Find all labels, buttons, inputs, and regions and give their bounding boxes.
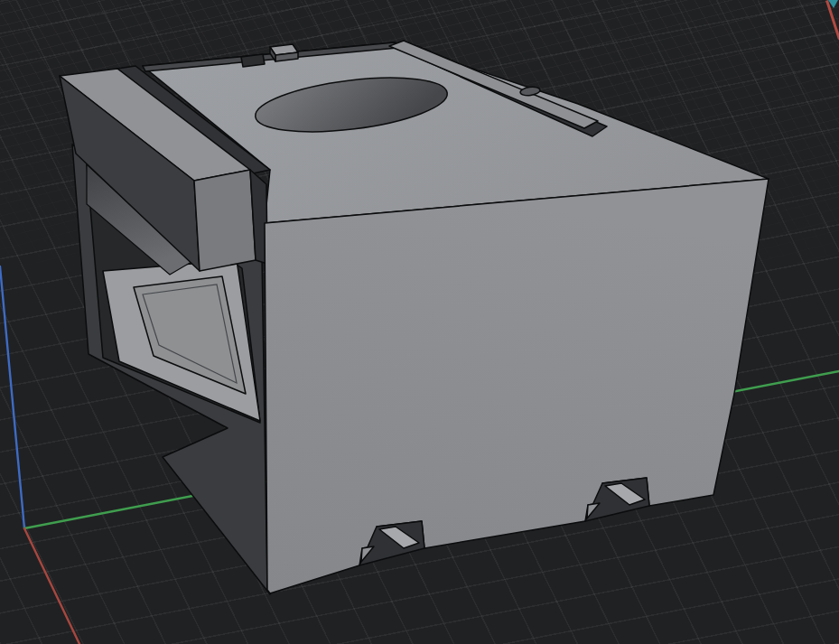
- front-face[interactable]: [265, 179, 769, 593]
- edge-notch-cut: [241, 54, 265, 67]
- axis-z-line: [0, 266, 24, 528]
- view-gizmo[interactable]: [827, 0, 839, 38]
- axis-x-line: [24, 528, 79, 644]
- cad-viewport[interactable]: [0, 0, 839, 644]
- cad-model[interactable]: [60, 41, 769, 594]
- scene-canvas[interactable]: [0, 0, 839, 644]
- arm-end-face[interactable]: [194, 170, 256, 271]
